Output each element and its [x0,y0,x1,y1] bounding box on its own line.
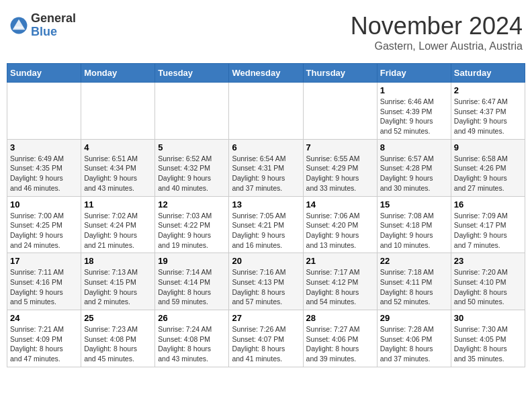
calendar-table: SundayMondayTuesdayWednesdayThursdayFrid… [7,63,525,367]
day-cell: 19Sunrise: 7:14 AM Sunset: 4:14 PM Dayli… [155,253,229,310]
day-cell: 28Sunrise: 7:27 AM Sunset: 4:06 PM Dayli… [303,310,377,367]
day-info: Sunrise: 6:51 AM Sunset: 4:34 PM Dayligh… [84,154,152,193]
day-cell: 26Sunrise: 7:24 AM Sunset: 4:08 PM Dayli… [155,310,229,367]
logo-general-text: General [31,12,76,26]
day-number: 29 [380,313,448,323]
day-number: 2 [454,85,522,95]
day-number: 22 [380,256,448,266]
day-info: Sunrise: 7:16 AM Sunset: 4:13 PM Dayligh… [232,267,300,307]
day-info: Sunrise: 7:09 AM Sunset: 4:17 PM Dayligh… [454,211,522,250]
day-info: Sunrise: 6:46 AM Sunset: 4:39 PM Dayligh… [380,97,448,136]
day-number: 3 [10,142,78,152]
day-number: 7 [306,142,374,152]
day-info: Sunrise: 6:58 AM Sunset: 4:26 PM Dayligh… [454,154,522,193]
day-info: Sunrise: 6:55 AM Sunset: 4:29 PM Dayligh… [306,154,374,193]
day-number: 10 [10,199,78,210]
day-cell: 20Sunrise: 7:16 AM Sunset: 4:13 PM Dayli… [229,253,303,310]
day-number: 19 [158,256,226,266]
day-info: Sunrise: 7:05 AM Sunset: 4:21 PM Dayligh… [232,211,300,250]
weekday-header-row: SundayMondayTuesdayWednesdayThursdayFrid… [7,64,525,83]
day-info: Sunrise: 7:06 AM Sunset: 4:20 PM Dayligh… [306,211,374,250]
day-number: 8 [380,142,448,152]
day-cell: 25Sunrise: 7:23 AM Sunset: 4:08 PM Dayli… [81,310,155,367]
day-cell: 15Sunrise: 7:08 AM Sunset: 4:18 PM Dayli… [377,196,451,253]
day-number: 14 [306,199,374,210]
day-cell: 13Sunrise: 7:05 AM Sunset: 4:21 PM Dayli… [229,196,303,253]
day-cell: 17Sunrise: 7:11 AM Sunset: 4:16 PM Dayli… [7,253,81,310]
day-cell [303,83,377,140]
day-info: Sunrise: 7:00 AM Sunset: 4:25 PM Dayligh… [10,211,78,250]
day-number: 16 [454,199,522,210]
weekday-header-thursday: Thursday [303,64,377,83]
day-info: Sunrise: 7:08 AM Sunset: 4:18 PM Dayligh… [380,211,448,250]
day-info: Sunrise: 7:23 AM Sunset: 4:08 PM Dayligh… [84,324,152,364]
day-number: 11 [84,199,152,210]
logo: General Blue [9,12,76,39]
day-number: 30 [454,313,522,323]
day-number: 26 [158,313,226,323]
day-info: Sunrise: 7:27 AM Sunset: 4:06 PM Dayligh… [306,324,374,364]
day-cell [229,83,303,140]
day-cell: 12Sunrise: 7:03 AM Sunset: 4:22 PM Dayli… [155,196,229,253]
day-cell: 23Sunrise: 7:20 AM Sunset: 4:10 PM Dayli… [451,253,525,310]
day-info: Sunrise: 7:11 AM Sunset: 4:16 PM Dayligh… [10,267,78,307]
weekday-header-wednesday: Wednesday [229,64,303,83]
day-cell: 14Sunrise: 7:06 AM Sunset: 4:20 PM Dayli… [303,196,377,253]
week-row-3: 10Sunrise: 7:00 AM Sunset: 4:25 PM Dayli… [7,196,525,253]
day-cell: 24Sunrise: 7:21 AM Sunset: 4:09 PM Dayli… [7,310,81,367]
day-info: Sunrise: 7:17 AM Sunset: 4:12 PM Dayligh… [306,267,374,307]
day-cell: 30Sunrise: 7:30 AM Sunset: 4:05 PM Dayli… [451,310,525,367]
day-cell: 29Sunrise: 7:28 AM Sunset: 4:06 PM Dayli… [377,310,451,367]
day-number: 6 [232,142,300,152]
day-cell: 9Sunrise: 6:58 AM Sunset: 4:26 PM Daylig… [451,139,525,196]
day-cell: 27Sunrise: 7:26 AM Sunset: 4:07 PM Dayli… [229,310,303,367]
day-info: Sunrise: 6:52 AM Sunset: 4:32 PM Dayligh… [158,154,226,193]
logo-icon [9,16,28,35]
day-info: Sunrise: 7:18 AM Sunset: 4:11 PM Dayligh… [380,267,448,307]
day-info: Sunrise: 7:26 AM Sunset: 4:07 PM Dayligh… [232,324,300,364]
day-number: 20 [232,256,300,266]
day-number: 28 [306,313,374,323]
week-row-4: 17Sunrise: 7:11 AM Sunset: 4:16 PM Dayli… [7,253,525,310]
day-cell: 1Sunrise: 6:46 AM Sunset: 4:39 PM Daylig… [377,83,451,140]
day-cell: 2Sunrise: 6:47 AM Sunset: 4:37 PM Daylig… [451,83,525,140]
weekday-header-saturday: Saturday [451,64,525,83]
day-cell: 18Sunrise: 7:13 AM Sunset: 4:15 PM Dayli… [81,253,155,310]
day-number: 12 [158,199,226,210]
day-cell [7,83,81,140]
day-cell [155,83,229,140]
day-info: Sunrise: 7:20 AM Sunset: 4:10 PM Dayligh… [454,267,522,307]
day-number: 4 [84,142,152,152]
logo-blue-text: Blue [31,26,76,39]
day-info: Sunrise: 7:03 AM Sunset: 4:22 PM Dayligh… [158,211,226,250]
day-cell: 8Sunrise: 6:57 AM Sunset: 4:28 PM Daylig… [377,139,451,196]
day-cell: 11Sunrise: 7:02 AM Sunset: 4:24 PM Dayli… [81,196,155,253]
day-cell: 22Sunrise: 7:18 AM Sunset: 4:11 PM Dayli… [377,253,451,310]
day-cell: 4Sunrise: 6:51 AM Sunset: 4:34 PM Daylig… [81,139,155,196]
month-title: November 2024 [351,12,523,40]
day-info: Sunrise: 7:21 AM Sunset: 4:09 PM Dayligh… [10,324,78,364]
title-area: November 2024 Gastern, Lower Austria, Au… [351,12,523,52]
calendar-body: 1Sunrise: 6:46 AM Sunset: 4:39 PM Daylig… [7,83,525,367]
day-info: Sunrise: 7:24 AM Sunset: 4:08 PM Dayligh… [158,324,226,364]
header: General Blue November 2024 Gastern, Lowe… [7,7,525,58]
day-info: Sunrise: 6:49 AM Sunset: 4:35 PM Dayligh… [10,154,78,193]
day-number: 18 [84,256,152,266]
weekday-header-sunday: Sunday [7,64,81,83]
day-number: 21 [306,256,374,266]
location-title: Gastern, Lower Austria, Austria [351,40,523,52]
day-number: 1 [380,85,448,95]
day-info: Sunrise: 6:47 AM Sunset: 4:37 PM Dayligh… [454,97,522,136]
svg-rect-2 [15,26,23,28]
day-cell: 10Sunrise: 7:00 AM Sunset: 4:25 PM Dayli… [7,196,81,253]
day-number: 23 [454,256,522,266]
week-row-1: 1Sunrise: 6:46 AM Sunset: 4:39 PM Daylig… [7,83,525,140]
day-info: Sunrise: 7:02 AM Sunset: 4:24 PM Dayligh… [84,211,152,250]
weekday-header-tuesday: Tuesday [155,64,229,83]
day-number: 17 [10,256,78,266]
day-info: Sunrise: 7:30 AM Sunset: 4:05 PM Dayligh… [454,324,522,364]
weekday-header-monday: Monday [81,64,155,83]
day-cell [81,83,155,140]
day-cell: 7Sunrise: 6:55 AM Sunset: 4:29 PM Daylig… [303,139,377,196]
day-info: Sunrise: 7:13 AM Sunset: 4:15 PM Dayligh… [84,267,152,307]
